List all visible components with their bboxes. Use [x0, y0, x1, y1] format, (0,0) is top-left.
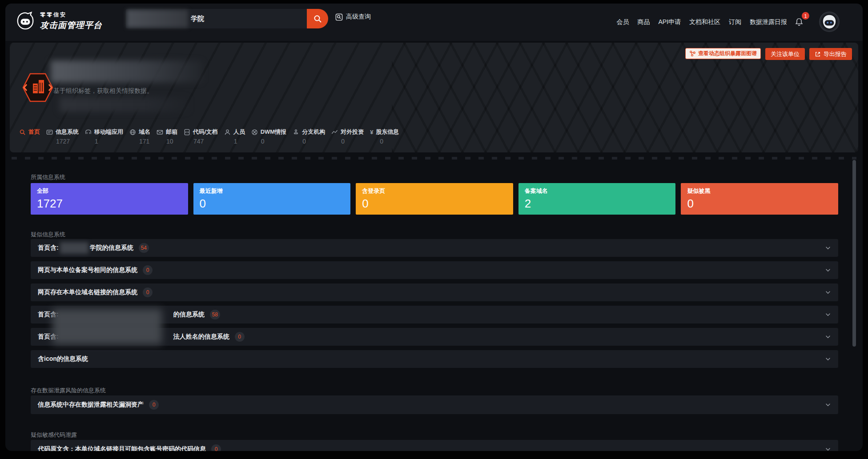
tab-shareholders[interactable]: ¥ 股东信息 0	[370, 128, 399, 145]
chevron-down-icon[interactable]	[825, 402, 831, 408]
count-badge: 0	[149, 400, 159, 410]
menu-item-api[interactable]: API申请	[658, 18, 681, 26]
chevron-down-icon[interactable]	[825, 289, 831, 295]
brand-logo[interactable]: 零零信安 攻击面管理平台	[15, 11, 102, 31]
suspected-row-icon[interactable]: 含icon的信息系统	[31, 350, 838, 368]
menu-item-subscribe[interactable]: 订阅	[729, 18, 741, 26]
tab-code-docs[interactable]: 代码/文档 747	[184, 128, 218, 145]
search-bar: 学院	[126, 9, 328, 28]
search-input[interactable]: 学院	[126, 9, 307, 28]
suspected-row-homepage-college[interactable]: 首页含: 学院的信息系统 54	[31, 239, 838, 257]
follow-org-label: 关注该单位	[771, 50, 800, 58]
advanced-query-button[interactable]: 高级查询	[335, 13, 371, 21]
app-window: 零零信安 攻击面管理平台 学院	[5, 4, 863, 451]
org-header-banner: 查看动态组织暴露面图谱 关注该单位 导出报告	[10, 43, 858, 152]
banner-actions: 查看动态组织暴露面图谱 关注该单位 导出报告	[685, 48, 852, 60]
trend-icon	[331, 129, 338, 136]
brand-line1: 零零信安	[40, 11, 102, 19]
stat-cards: 全部1727 最近新增0 含登录页0 备案域名2 疑似被黑0	[31, 183, 838, 215]
section-label-code-leak: 疑似敏感代码泄露	[31, 431, 77, 439]
user-avatar[interactable]	[819, 12, 840, 32]
org-tabs: 首页 信息系统 1727 移动端应用 1 域名 171	[19, 128, 399, 145]
export-report-button[interactable]: 导出报告	[809, 48, 852, 60]
advanced-query-label: 高级查询	[346, 13, 371, 21]
avatar-robot-icon	[821, 13, 838, 30]
tab-info-systems[interactable]: 信息系统 1727	[46, 128, 79, 145]
code-leak-row[interactable]: 代码原文含：本单位域名链接且可能包含账号密码的代码信息 0	[31, 440, 838, 451]
chevron-down-icon[interactable]	[825, 446, 831, 451]
search-value: 学院	[191, 15, 204, 23]
follow-org-button[interactable]: 关注该单位	[765, 48, 805, 60]
stat-card-hacked[interactable]: 疑似被黑0	[681, 183, 838, 215]
top-navbar: 零零信安 攻击面管理平台 学院	[5, 4, 863, 41]
redacted-search-text	[127, 10, 188, 28]
tab-home[interactable]: 首页	[19, 128, 40, 145]
tab-personnel[interactable]: 人员 1	[224, 128, 245, 145]
count-badge: 0	[143, 287, 153, 297]
envelope-icon	[157, 129, 163, 136]
advanced-query-icon	[335, 13, 343, 21]
scrollbar-thumb[interactable]	[852, 160, 856, 347]
topbar-menu: 会员 商品 API申请 文档和社区 订阅 数据泄露日报	[616, 4, 787, 41]
chevron-down-icon[interactable]	[825, 334, 831, 340]
section-label-data-leak: 存在数据泄露风险的信息系统	[31, 387, 106, 395]
tab-branches[interactable]: 分支机构 0	[293, 128, 325, 145]
suspected-row-list: 首页含: 学院的信息系统 54 网页与本单位备案号相同的信息系统 0 网页存在本…	[31, 239, 838, 372]
export-report-label: 导出报告	[824, 50, 847, 58]
section-label-suspected: 疑似信息系统	[31, 231, 65, 239]
count-badge: 58	[210, 310, 220, 319]
redacted-inline-text	[60, 242, 88, 254]
chevron-down-icon[interactable]	[825, 245, 831, 251]
view-exposure-graph-label: 查看动态组织暴露面图谱	[698, 50, 757, 57]
notification-badge: 1	[802, 12, 809, 20]
tab-dwm-intel[interactable]: DWM情报 0	[251, 128, 287, 145]
robot-logo-icon	[15, 11, 36, 31]
org-hexagon-icon	[20, 70, 55, 105]
redacted-org-subtitle	[60, 97, 189, 112]
menu-item-products[interactable]: 商品	[637, 18, 650, 26]
code-doc-icon	[184, 129, 190, 136]
stat-card-icp-domain[interactable]: 备案域名2	[518, 183, 676, 215]
export-icon	[815, 51, 821, 57]
section-label-info-systems: 所属信息系统	[31, 173, 65, 181]
data-leak-row[interactable]: 信息系统中存在数据泄露相关漏洞资产 0	[31, 395, 838, 414]
redacted-org-name	[51, 60, 203, 83]
stat-card-login-page[interactable]: 含登录页0	[356, 183, 513, 215]
count-badge: 0	[211, 444, 221, 451]
menu-item-docs-community[interactable]: 文档和社区	[689, 18, 720, 26]
mobile-app-icon	[85, 129, 92, 136]
stat-card-all[interactable]: 全部1727	[31, 183, 188, 215]
dwm-globe-icon	[251, 129, 258, 136]
person-icon	[224, 129, 231, 136]
chevron-down-icon[interactable]	[825, 311, 831, 318]
tab-domains[interactable]: 域名 171	[129, 128, 150, 145]
tab-investments[interactable]: 对外投资 0	[331, 128, 364, 145]
home-search-icon	[19, 129, 26, 136]
view-exposure-graph-button[interactable]: 查看动态组织暴露面图谱	[685, 48, 761, 59]
info-system-icon	[46, 129, 53, 136]
yen-icon: ¥	[370, 129, 373, 136]
menu-item-membership[interactable]: 会员	[616, 18, 629, 26]
code-leak-row-list: 代码原文含：本单位域名链接且可能包含账号密码的代码信息 0	[31, 440, 838, 451]
search-button[interactable]	[307, 9, 328, 28]
brand-line2: 攻击面管理平台	[40, 20, 102, 31]
search-icon	[313, 14, 322, 23]
count-badge: 54	[139, 243, 149, 253]
chevron-down-icon[interactable]	[825, 267, 831, 273]
suspected-row-same-icp[interactable]: 网页与本单位备案号相同的信息系统 0	[31, 261, 838, 279]
tab-email[interactable]: 邮箱 10	[157, 128, 177, 145]
graph-icon	[689, 50, 696, 57]
domain-globe-icon	[129, 129, 136, 136]
chevron-down-icon[interactable]	[825, 356, 831, 362]
org-tagline: 基于组织标签，获取相关情报数据。	[53, 87, 153, 95]
perforated-divider	[12, 157, 856, 160]
data-leak-row-list: 信息系统中存在数据泄露相关漏洞资产 0	[31, 395, 838, 419]
count-badge: 0	[235, 332, 245, 342]
count-badge: 0	[143, 265, 153, 275]
suspected-row-domain-links[interactable]: 网页存在本单位域名链接的信息系统 0	[31, 283, 838, 301]
notification-bell-button[interactable]: 1	[794, 17, 806, 28]
redacted-block-overlay	[52, 309, 162, 344]
menu-item-leak-daily[interactable]: 数据泄露日报	[750, 18, 787, 26]
tab-mobile-apps[interactable]: 移动端应用 1	[85, 128, 123, 145]
stat-card-recent[interactable]: 最近新增0	[193, 183, 351, 215]
